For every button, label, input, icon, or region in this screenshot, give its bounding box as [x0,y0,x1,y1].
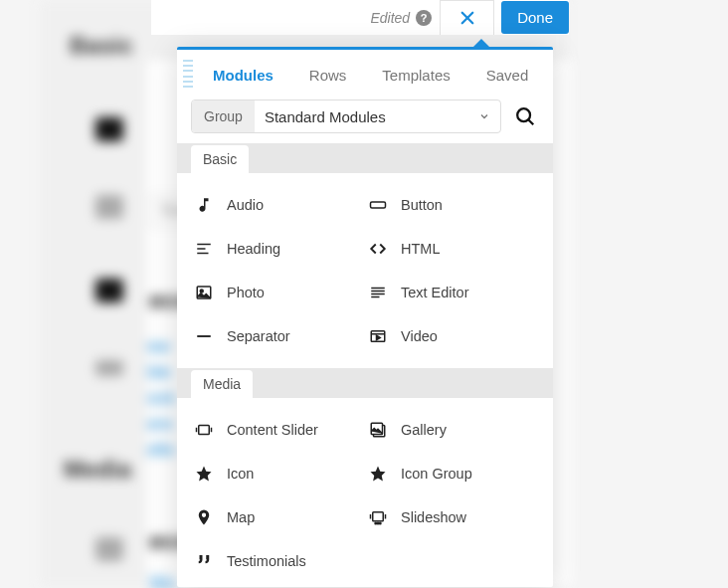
video-icon [369,327,387,345]
svg-point-9 [200,290,203,293]
svg-point-30 [377,522,379,524]
module-html[interactable]: HTML [365,227,539,271]
section-basic: Basic [177,143,553,173]
tab-rows[interactable]: Rows [309,67,347,84]
module-photo[interactable]: Photo [191,271,365,314]
module-map[interactable]: Map [191,495,365,539]
svg-point-25 [202,513,206,517]
audio-icon [195,196,213,214]
svg-rect-18 [199,426,210,435]
slideshow-icon [369,508,387,526]
module-testimonials[interactable]: Testimonials [191,539,365,583]
help-icon[interactable]: ? [416,10,432,26]
testimonials-icon [195,552,213,570]
basic-grid: Audio Button Heading HTML Photo Text Edi… [177,173,553,368]
module-content-slider[interactable]: Content Slider [191,408,365,452]
module-gallery[interactable]: Gallery [365,408,539,452]
separator-icon [195,327,213,345]
module-group-select[interactable]: Standard Modules [255,108,500,125]
chevron-down-icon [478,110,490,122]
module-text-editor[interactable]: Text Editor [365,271,539,314]
svg-marker-24 [371,467,386,482]
svg-marker-23 [197,467,212,482]
panel-tabs: Modules Rows Templates Saved [191,50,553,99]
html-icon [369,240,387,258]
gallery-icon [369,421,387,439]
svg-line-3 [528,119,533,124]
heading-icon [195,240,213,258]
edited-status: Edited ? [370,10,432,26]
search-button[interactable] [511,102,539,130]
star-group-icon [369,465,387,483]
search-icon [514,105,536,127]
media-grid: Content Slider Gallery Icon Icon Group M… [177,398,553,587]
svg-marker-17 [377,335,381,340]
module-audio[interactable]: Audio [191,183,365,227]
close-icon [458,9,476,27]
svg-point-2 [517,108,530,121]
edited-label: Edited [370,10,410,26]
star-icon [195,465,213,483]
group-button[interactable]: Group [192,100,255,132]
module-icon-group[interactable]: Icon Group [365,452,539,495]
section-media: Media [177,368,553,398]
close-button[interactable] [440,0,494,35]
svg-rect-4 [371,202,386,208]
module-filter: Group Standard Modules [191,99,501,133]
module-list[interactable]: Basic Audio Button Heading HTML Photo [177,143,553,587]
button-icon [369,196,387,214]
module-heading[interactable]: Heading [191,227,365,271]
top-toolbar: Edited ? Done [151,0,569,35]
filter-row: Group Standard Modules [177,99,553,143]
tab-modules[interactable]: Modules [213,67,273,84]
done-button[interactable]: Done [501,1,569,34]
module-group-value: Standard Modules [265,108,386,125]
module-icon[interactable]: Icon [191,452,365,495]
photo-icon [195,284,213,301]
map-pin-icon [195,508,213,526]
tab-templates[interactable]: Templates [382,67,450,84]
module-slideshow[interactable]: Slideshow [365,495,539,539]
content-slider-icon [195,421,213,439]
tab-saved[interactable]: Saved [486,67,529,84]
module-button[interactable]: Button [365,183,539,227]
svg-rect-26 [373,512,384,521]
text-editor-icon [369,284,387,301]
module-video[interactable]: Video [365,314,539,358]
module-separator[interactable]: Separator [191,314,365,358]
svg-point-31 [380,522,382,524]
drag-handle-icon[interactable] [183,60,193,88]
svg-point-29 [375,522,377,524]
content-panel: Modules Rows Templates Saved Group Stand… [177,47,553,587]
